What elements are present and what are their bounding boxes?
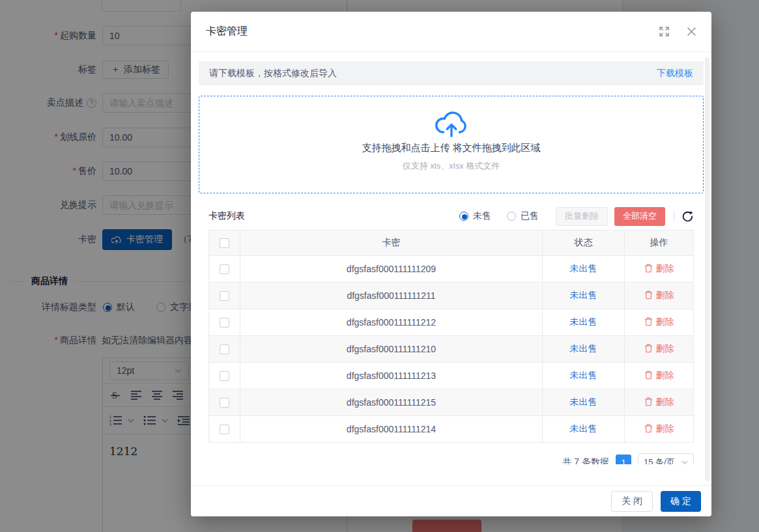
header-action: 操作 [625,231,694,256]
table-row: dfgsfasf000111111215 未出售 删除 [209,389,694,416]
status-cell: 未出售 [543,283,625,309]
header-status: 状态 [543,231,625,256]
trash-icon [644,344,653,353]
fullscreen-icon[interactable] [659,26,670,37]
card-table-container: 卡密 状态 操作 dfgsfasf000111111209 未出售 删除 dfg [208,230,694,464]
status-cell: 未出售 [543,309,625,336]
code-cell: dfgsfasf000111111215 [240,389,543,416]
refresh-icon[interactable] [681,210,694,223]
radio-icon [459,212,468,221]
card-list-header: 卡密列表 未售 已售 批量删除 全部清空 [208,206,694,226]
upload-main-text: 支持拖拽和点击上传 将文件拖拽到此区域 [199,142,703,154]
row-checkbox[interactable] [220,318,229,328]
trash-icon [644,371,653,380]
modal-footer: 关 闭 确 定 [191,485,711,516]
chevron-down-icon [681,460,688,464]
table-row: dfgsfasf000111111213 未出售 删除 [209,363,694,389]
download-template-link[interactable]: 下载模板 [657,68,693,79]
status-cell: 未出售 [543,389,625,416]
table-row: dfgsfasf000111111209 未出售 删除 [209,256,694,283]
select-all-checkbox[interactable] [220,238,229,248]
delete-button[interactable]: 删除 [625,416,694,443]
close-icon[interactable] [687,27,696,36]
modal-body: 请下载模板，按格式修改后导入 下载模板 支持拖拽和点击上传 将文件拖拽到此区域 … [191,53,711,485]
code-cell: dfgsfasf000111111211 [240,283,543,309]
delete-button[interactable]: 删除 [625,309,694,336]
card-list-title: 卡密列表 [208,210,245,222]
row-checkbox[interactable] [220,371,229,381]
radio-icon [507,212,516,221]
pagination-total: 共 7 条数据 [562,456,609,464]
trash-icon [644,290,653,300]
confirm-button[interactable]: 确 定 [661,491,701,512]
trash-icon [644,424,653,433]
notice-text: 请下载模板，按格式修改后导入 [209,68,337,79]
delete-button[interactable]: 删除 [625,363,694,389]
trash-icon [644,264,653,273]
upload-sub-text: 仅支持 xls、xlsx 格式文件 [199,160,703,172]
row-checkbox[interactable] [220,344,229,354]
code-cell: dfgsfasf000111111209 [240,256,543,283]
table-row: dfgsfasf000111111212 未出售 删除 [209,309,694,336]
close-button[interactable]: 关 闭 [611,491,653,512]
page-number-button[interactable]: 1 [616,455,631,464]
upload-cloud-icon [199,109,703,141]
divider [674,211,674,221]
card-table: 卡密 状态 操作 dfgsfasf000111111209 未出售 删除 dfg [208,230,694,443]
status-cell: 未出售 [543,336,625,363]
code-cell: dfgsfasf000111111213 [240,363,543,389]
code-cell: dfgsfasf000111111214 [240,416,543,443]
status-cell: 未出售 [543,256,625,283]
template-notice-bar: 请下载模板，按格式修改后导入 下载模板 [199,61,704,85]
status-cell: 未出售 [543,416,625,443]
modal-scrollbar[interactable] [705,57,709,481]
modal-title: 卡密管理 [206,25,642,38]
status-cell: 未出售 [543,363,625,389]
page-size-select[interactable]: 15 条/页 [638,453,694,464]
table-header-row: 卡密 状态 操作 [209,231,694,256]
header-code: 卡密 [240,231,543,256]
code-cell: dfgsfasf000111111212 [240,309,543,336]
filter-unsold-radio[interactable]: 未售 [459,210,491,222]
delete-button[interactable]: 删除 [625,336,694,363]
modal-header: 卡密管理 [191,12,711,52]
clear-all-button[interactable]: 全部清空 [614,207,665,226]
trash-icon [644,397,653,406]
table-row: dfgsfasf000111111214 未出售 删除 [209,416,694,443]
card-key-modal: 卡密管理 请下载模板，按格式修改后导入 下载模板 支持拖拽和点击上传 将文件拖拽… [191,12,711,516]
filter-sold-radio[interactable]: 已售 [507,210,539,222]
table-row: dfgsfasf000111111210 未出售 删除 [209,336,694,363]
row-checkbox[interactable] [220,398,229,408]
code-cell: dfgsfasf000111111210 [240,336,543,363]
trash-icon [644,317,653,326]
row-checkbox[interactable] [220,264,229,274]
delete-button[interactable]: 删除 [625,389,694,416]
upload-dropzone[interactable]: 支持拖拽和点击上传 将文件拖拽到此区域 仅支持 xls、xlsx 格式文件 [199,96,704,193]
delete-button[interactable]: 删除 [625,256,694,283]
row-checkbox[interactable] [220,291,229,301]
row-checkbox[interactable] [220,425,229,434]
batch-delete-button[interactable]: 批量删除 [556,207,608,226]
pagination: 共 7 条数据 1 15 条/页 [208,453,694,464]
delete-button[interactable]: 删除 [625,283,694,309]
table-row: dfgsfasf000111111211 未出售 删除 [209,283,694,309]
